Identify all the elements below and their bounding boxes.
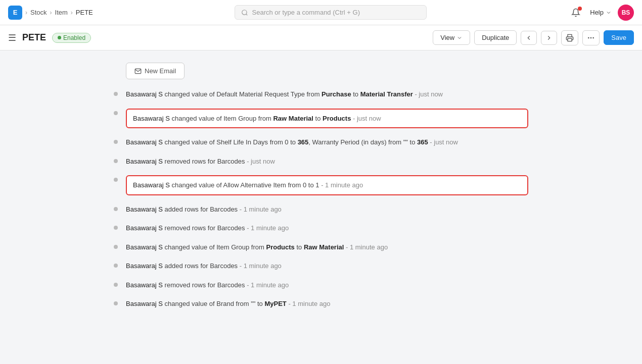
timeline-bullet	[114, 159, 118, 163]
list-item: Basawaraj S changed value of Brand from …	[114, 299, 528, 309]
save-button[interactable]: Save	[604, 30, 634, 45]
chevron-down-icon	[456, 35, 463, 41]
new-email-button[interactable]: New Email	[126, 63, 185, 79]
list-item: Basawaraj S changed value of Item Group …	[114, 109, 528, 129]
doc-actions: View Duplicate Save	[433, 30, 634, 45]
svg-point-5	[593, 37, 593, 38]
new-email-label: New Email	[145, 67, 176, 75]
top-nav: E › Stock › Item › PETE Search or type a…	[0, 0, 642, 25]
list-item: Basawaraj S changed value of Allow Alter…	[114, 175, 528, 195]
timeline-text: Basawaraj S removed rows for Barcodes - …	[126, 157, 528, 167]
list-item: Basawaraj S removed rows for Barcodes - …	[114, 157, 528, 167]
breadcrumb-stock[interactable]: Stock	[30, 9, 47, 16]
search-icon	[241, 9, 248, 16]
svg-point-0	[242, 10, 246, 14]
chevron-down-icon	[606, 10, 612, 16]
breadcrumb-sep-2: ›	[50, 9, 52, 16]
timeline-list: Basawaraj S changed value of Default Mat…	[114, 89, 528, 309]
search-bar[interactable]: Search or type a command (Ctrl + G)	[235, 5, 427, 20]
chevron-right-icon	[545, 34, 553, 41]
view-button[interactable]: View	[433, 30, 470, 45]
breadcrumb-item[interactable]: Item	[55, 9, 68, 16]
more-button[interactable]	[582, 30, 600, 45]
list-item: Basawaraj S changed value of Default Mat…	[114, 89, 528, 99]
prev-button[interactable]	[521, 31, 537, 45]
sub-header: ☰ PETE Enabled View Duplicate	[0, 25, 642, 50]
timeline-text: Basawaraj S added rows for Barcodes - 1 …	[126, 204, 528, 215]
timeline: New Email Basawaraj S changed value of D…	[94, 63, 548, 309]
timeline-bullet	[114, 245, 118, 249]
breadcrumb-sep-1: ›	[25, 9, 27, 16]
ellipsis-icon	[587, 34, 595, 42]
menu-icon[interactable]: ☰	[8, 32, 16, 43]
list-item: Basawaraj S removed rows for Barcodes - …	[114, 223, 528, 233]
status-badge: Enabled	[52, 33, 91, 43]
svg-line-1	[246, 14, 247, 15]
list-item: Basawaraj S removed rows for Barcodes - …	[114, 280, 528, 290]
timeline-bullet	[114, 178, 118, 182]
list-item: Basawaraj S added rows for Barcodes - 1 …	[114, 204, 528, 215]
user-avatar[interactable]: BS	[618, 5, 634, 21]
list-item: Basawaraj S changed value of Item Group …	[114, 242, 528, 252]
status-label: Enabled	[63, 34, 85, 41]
breadcrumb-sep-3: ›	[71, 9, 73, 16]
svg-point-3	[588, 37, 589, 38]
svg-rect-2	[568, 38, 572, 41]
email-icon	[134, 68, 142, 75]
timeline-text: Basawaraj S removed rows for Barcodes - …	[126, 223, 528, 233]
notification-button[interactable]	[568, 5, 584, 21]
timeline-text: Basawaraj S changed value of Shelf Life …	[126, 137, 528, 147]
svg-point-4	[591, 37, 591, 38]
timeline-text: Basawaraj S changed value of Brand from …	[126, 299, 528, 309]
timeline-bullet	[114, 111, 118, 115]
help-label: Help	[590, 9, 604, 16]
doc-title: PETE	[22, 32, 46, 43]
timeline-bullet	[114, 283, 118, 287]
main-content: New Email Basawaraj S changed value of D…	[0, 50, 642, 364]
doc-info: ☰ PETE Enabled	[8, 32, 91, 43]
timeline-bullet	[114, 226, 118, 230]
notification-dot	[578, 7, 582, 11]
help-button[interactable]: Help	[590, 9, 612, 16]
timeline-bullet	[114, 301, 118, 305]
search-placeholder: Search or type a command (Ctrl + G)	[252, 9, 360, 16]
timeline-text-highlighted: Basawaraj S changed value of Item Group …	[126, 109, 528, 129]
next-button[interactable]	[541, 31, 557, 45]
timeline-text: Basawaraj S removed rows for Barcodes - …	[126, 280, 528, 290]
breadcrumb-current: PETE	[76, 9, 93, 16]
app-icon[interactable]: E	[8, 6, 22, 20]
search-area[interactable]: Search or type a command (Ctrl + G)	[235, 5, 427, 20]
nav-actions: Help BS	[568, 5, 634, 21]
print-icon	[566, 34, 574, 42]
chevron-left-icon	[525, 34, 532, 41]
status-dot	[58, 36, 61, 39]
duplicate-button[interactable]: Duplicate	[474, 30, 517, 45]
timeline-bullet	[114, 140, 118, 144]
timeline-text: Basawaraj S added rows for Barcodes - 1 …	[126, 261, 528, 271]
list-item: Basawaraj S changed value of Shelf Life …	[114, 137, 528, 147]
timeline-text: Basawaraj S changed value of Item Group …	[126, 242, 528, 252]
timeline-bullet	[114, 264, 118, 268]
print-button[interactable]	[561, 30, 578, 45]
breadcrumb-area: E › Stock › Item › PETE	[8, 6, 93, 20]
timeline-bullet	[114, 207, 118, 211]
timeline-text-highlighted: Basawaraj S changed value of Allow Alter…	[126, 175, 528, 195]
list-item: Basawaraj S added rows for Barcodes - 1 …	[114, 261, 528, 271]
timeline-text: Basawaraj S changed value of Default Mat…	[126, 89, 528, 99]
timeline-bullet	[114, 92, 118, 96]
